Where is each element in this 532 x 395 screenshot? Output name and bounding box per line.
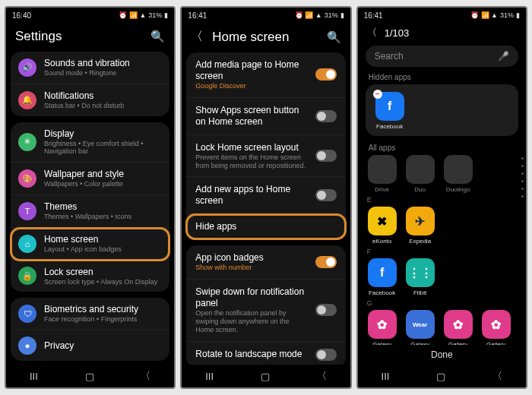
option-subtitle: Google Discover [195,82,309,90]
settings-row-notifications[interactable]: 🔔NotificationsStatus bar • Do not distur… [11,84,169,116]
mic-icon[interactable]: 🎤 [498,51,509,62]
section-letter: G [358,298,526,308]
app-drive[interactable]: Drive [366,155,399,193]
home-screen-options: Add media page to Home screenGoogle Disc… [182,52,350,365]
row-title: Privacy [44,340,162,352]
toggle[interactable] [315,110,337,122]
settings-row-biometrics-and-security[interactable]: 🛡Biometrics and securityFace recognition… [11,298,169,330]
option-title: App icon badges [195,252,309,264]
app-icon: ✿ [368,310,397,339]
app-gallery[interactable]: ✿Gallery [480,310,513,345]
app-sections: E✖eKonto✈ExpediaFfFacebook⋮⋮FitbitG✿Gala… [358,194,526,345]
app-facebook[interactable]: f−Facebook [373,92,407,130]
app-duolingo[interactable]: Duolingo [442,155,475,193]
search-input[interactable]: Search 🎤 [366,46,518,67]
nav-recent-icon[interactable]: III [30,371,38,382]
settings-row-themes[interactable]: TThemesThemes • Wallpapers • Icons [11,195,169,228]
row-title: Display [44,128,162,140]
app-label: Facebook [369,289,395,296]
toggle[interactable] [315,256,337,268]
settings-row-sounds-and-vibration[interactable]: 🔊Sounds and vibrationSound mode • Ringto… [11,52,169,84]
section-letter: E [358,194,526,205]
settings-list: 🔊Sounds and vibrationSound mode • Ringto… [6,52,174,365]
option-show-apps-screen-button-on-home-screen[interactable]: Show Apps screen button on Home screen [186,98,345,135]
nav-back-icon[interactable]: 〈 [492,369,502,383]
option-title: Hide apps [195,221,336,232]
app-duo[interactable]: Duo [404,155,437,193]
row-icon: 🔔 [18,91,36,109]
app-label: Duo [414,186,426,193]
selection-counter: 〈 1/103 [358,23,526,46]
option-app-icon-badges[interactable]: App icon badgesShow with number [186,245,345,280]
toggle[interactable] [315,68,337,81]
status-bar: 16:41 ⏰ 📶 ▲ 31% ▮ [182,8,350,23]
app-expedia[interactable]: ✈Expedia [404,207,437,245]
app-icon [444,155,473,184]
nav-recent-icon[interactable]: III [382,371,390,382]
row-title: Themes [44,201,162,213]
nav-back-icon[interactable]: 〈 [317,369,327,383]
remove-badge-icon[interactable]: − [373,90,382,99]
status-time: 16:41 [364,11,383,20]
settings-row-lock-screen[interactable]: 🔒Lock screenScreen lock type • Always On… [11,261,169,292]
app-galaxy[interactable]: ✿Galaxy [366,310,399,345]
app-label: eKonto [372,238,391,245]
toggle[interactable] [315,349,337,361]
row-title: Lock screen [44,267,162,278]
back-icon[interactable]: 〈 [367,26,377,40]
row-title: Sounds and vibration [44,58,162,69]
app-icon: ✈ [406,207,435,235]
app-gallery[interactable]: ✿Gallery [442,310,475,345]
search-icon[interactable]: 🔍 [150,30,165,43]
option-add-media-page-to-home-screen[interactable]: Add media page to Home screenGoogle Disc… [186,52,345,98]
nav-home-icon[interactable]: ▢ [436,371,445,382]
row-icon: 🎨 [18,169,36,188]
row-subtitle: Sound mode • Ringtone [44,69,162,77]
row-icon: ☀ [18,133,36,151]
subpage-header: 〈 Home screen 🔍 [182,23,350,52]
app-facebook[interactable]: fFacebook [366,258,399,296]
app-icon [406,155,435,184]
settings-header: Settings 🔍 [6,23,174,52]
app-galaxy[interactable]: WearGalaxy [404,310,437,345]
nav-recent-icon[interactable]: III [205,371,214,382]
app-icon: f− [375,92,404,121]
settings-row-wallpaper-and-style[interactable]: 🎨Wallpaper and styleWallpapers • Color p… [11,163,169,195]
option-lock-home-screen-layout[interactable]: Lock Home screen layoutPrevent items on … [186,135,345,178]
option-title: Rotate to landscape mode [195,349,309,360]
settings-row-display[interactable]: ☀DisplayBrightness • Eye comfort shield … [11,122,169,163]
app-fitbit[interactable]: ⋮⋮Fitbit [404,258,437,296]
toggle[interactable] [315,304,337,316]
toggle[interactable] [315,150,337,162]
status-bar: 16:40 ⏰ 📶 ▲ 31% ▮ [6,8,174,23]
toggle[interactable] [315,189,337,201]
hidden-apps-card: f−Facebook [366,84,518,136]
app-label: Drive [375,186,389,193]
nav-back-icon[interactable]: 〈 [141,369,150,383]
option-subtitle: Open the notification panel by swiping d… [195,309,309,333]
settings-row-home-screen[interactable]: ⌂Home screenLayout • App icon badges [11,228,169,261]
option-rotate-to-landscape-mode[interactable]: Rotate to landscape mode [186,342,345,365]
nav-home-icon[interactable]: ▢ [261,371,270,382]
back-icon[interactable]: 〈 [191,29,203,45]
scroll-indicator [521,152,524,349]
status-time: 16:40 [12,11,31,20]
option-hide-apps[interactable]: Hide apps [186,214,345,239]
row-title: Home screen [44,234,162,245]
app-label: Duolingo [446,186,470,193]
row-subtitle: Brightness • Eye comfort shield • Naviga… [44,140,162,156]
app-label: Expedia [409,238,431,245]
dim-app-row: DriveDuoDuolingo [358,153,526,194]
row-icon: ● [18,337,36,355]
settings-row-privacy[interactable]: ●Privacy [11,330,169,361]
option-swipe-down-for-notification-panel[interactable]: Swipe down for notification panelOpen th… [186,280,345,341]
nav-home-icon[interactable]: ▢ [85,371,94,382]
app-ekonto[interactable]: ✖eKonto [366,207,399,245]
nav-bar: III ▢ 〈 [358,365,526,387]
search-icon[interactable]: 🔍 [327,30,341,44]
status-icons: ⏰ 📶 ▲ 31% ▮ [470,11,520,19]
row-icon: ⌂ [18,235,36,253]
done-button[interactable]: Done [358,345,526,365]
option-add-new-apps-to-home-screen[interactable]: Add new apps to Home screen [186,177,345,214]
row-icon: 🛡 [18,305,36,323]
